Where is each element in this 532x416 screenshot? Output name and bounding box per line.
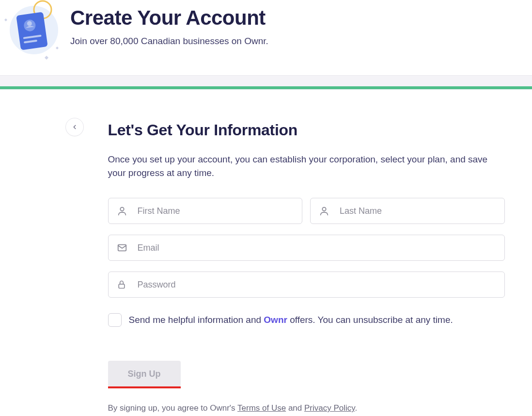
signup-button[interactable]: Sign Up bbox=[108, 361, 181, 387]
section-title: Let's Get Your Information bbox=[108, 121, 505, 139]
section-description: Once you set up your account, you can es… bbox=[108, 153, 501, 179]
checkbox-text-suffix: offers. You can unsubscribe at any time. bbox=[287, 315, 453, 325]
progress-strip bbox=[0, 75, 532, 90]
password-input[interactable] bbox=[108, 272, 505, 298]
legal-suffix: . bbox=[355, 403, 358, 413]
legal-text: By signing up, you agree to Ownr's Terms… bbox=[108, 403, 505, 413]
page-title: Create Your Account bbox=[70, 7, 268, 29]
lock-icon bbox=[117, 279, 126, 290]
progress-bar bbox=[0, 86, 532, 89]
marketing-checkbox[interactable] bbox=[108, 313, 122, 327]
terms-of-use-link[interactable]: Terms of Use bbox=[237, 403, 286, 413]
chevron-left-icon bbox=[71, 124, 78, 130]
person-icon bbox=[319, 206, 329, 216]
email-input[interactable] bbox=[108, 235, 505, 261]
email-group bbox=[108, 235, 505, 261]
brand-name: Ownr bbox=[264, 315, 287, 325]
checkbox-text-prefix: Send me helpful information and bbox=[129, 315, 264, 325]
last-name-input[interactable] bbox=[310, 198, 505, 224]
badge-illustration bbox=[0, 0, 70, 61]
signup-highlight bbox=[108, 386, 181, 388]
page-header: Create Your Account Join over 80,000 Can… bbox=[0, 0, 532, 75]
legal-middle: and bbox=[286, 403, 304, 413]
legal-prefix: By signing up, you agree to Ownr's bbox=[108, 403, 238, 413]
page-subtitle: Join over 80,000 Canadian businesses on … bbox=[70, 36, 268, 47]
svg-rect-10 bbox=[119, 284, 125, 288]
mail-icon bbox=[117, 242, 127, 253]
privacy-policy-link[interactable]: Privacy Policy bbox=[304, 403, 355, 413]
marketing-checkbox-label: Send me helpful information and Ownr off… bbox=[129, 315, 453, 325]
person-icon bbox=[117, 206, 127, 216]
svg-point-7 bbox=[120, 208, 124, 211]
first-name-group bbox=[108, 198, 303, 224]
svg-point-8 bbox=[322, 208, 326, 211]
last-name-group bbox=[310, 198, 505, 224]
password-group bbox=[108, 272, 505, 298]
svg-rect-2 bbox=[16, 12, 47, 50]
back-button[interactable] bbox=[65, 118, 84, 136]
first-name-input[interactable] bbox=[108, 198, 303, 224]
